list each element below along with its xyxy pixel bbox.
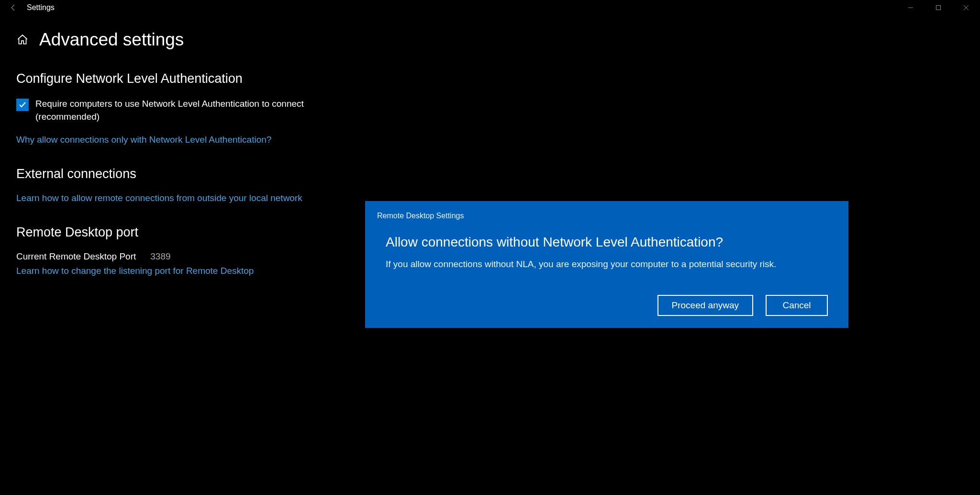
port-label: Current Remote Desktop Port (16, 251, 136, 262)
proceed-anyway-button[interactable]: Proceed anyway (657, 295, 753, 316)
external-heading: External connections (16, 167, 980, 181)
close-button[interactable] (952, 0, 980, 15)
back-button[interactable] (9, 3, 18, 12)
titlebar: Settings (0, 0, 980, 15)
dialog-text: If you allow connections without NLA, yo… (386, 258, 828, 271)
home-icon[interactable] (16, 34, 29, 46)
nla-checkbox-row: Require computers to use Network Level A… (16, 98, 980, 123)
window-controls (897, 0, 980, 15)
window-title: Settings (27, 3, 55, 12)
svg-rect-1 (936, 6, 941, 10)
nla-checkbox[interactable] (16, 99, 29, 111)
port-value: 3389 (150, 251, 170, 262)
titlebar-left: Settings (0, 3, 55, 12)
page-title: Advanced settings (39, 30, 184, 50)
port-link[interactable]: Learn how to change the listening port f… (16, 266, 254, 276)
dialog-heading: Allow connections without Network Level … (386, 235, 828, 250)
dialog-body: Allow connections without Network Level … (377, 235, 836, 316)
dialog-title: Remote Desktop Settings (377, 212, 836, 220)
maximize-button[interactable] (924, 0, 952, 15)
page-header: Advanced settings (16, 30, 980, 50)
cancel-button[interactable]: Cancel (766, 295, 828, 316)
confirmation-dialog: Remote Desktop Settings Allow connection… (365, 201, 848, 328)
minimize-button[interactable] (897, 0, 924, 15)
nla-section: Configure Network Level Authentication R… (16, 71, 980, 145)
external-link[interactable]: Learn how to allow remote connections fr… (16, 193, 302, 203)
nla-why-link[interactable]: Why allow connections only with Network … (16, 135, 271, 145)
nla-heading: Configure Network Level Authentication (16, 71, 980, 86)
nla-checkbox-label: Require computers to use Network Level A… (35, 98, 332, 123)
dialog-buttons: Proceed anyway Cancel (386, 295, 828, 316)
external-section: External connections Learn how to allow … (16, 167, 980, 203)
